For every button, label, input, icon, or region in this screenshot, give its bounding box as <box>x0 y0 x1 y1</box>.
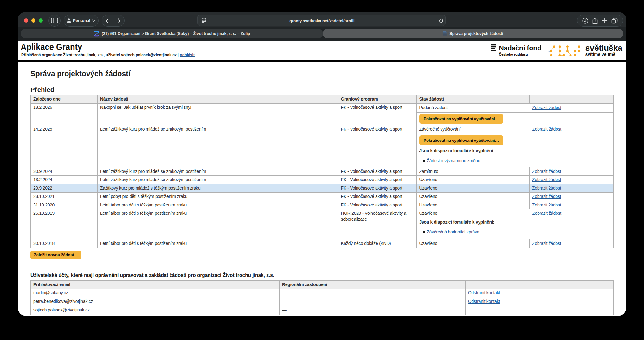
svg-text:Nadační fond: Nadační fond <box>499 44 541 52</box>
svg-text:světluška: světluška <box>585 43 622 53</box>
svg-text:Českého rozhlasu: Českého rozhlasu <box>499 52 528 56</box>
svg-text:svítíme ve tmě: svítíme ve tmě <box>585 52 615 57</box>
